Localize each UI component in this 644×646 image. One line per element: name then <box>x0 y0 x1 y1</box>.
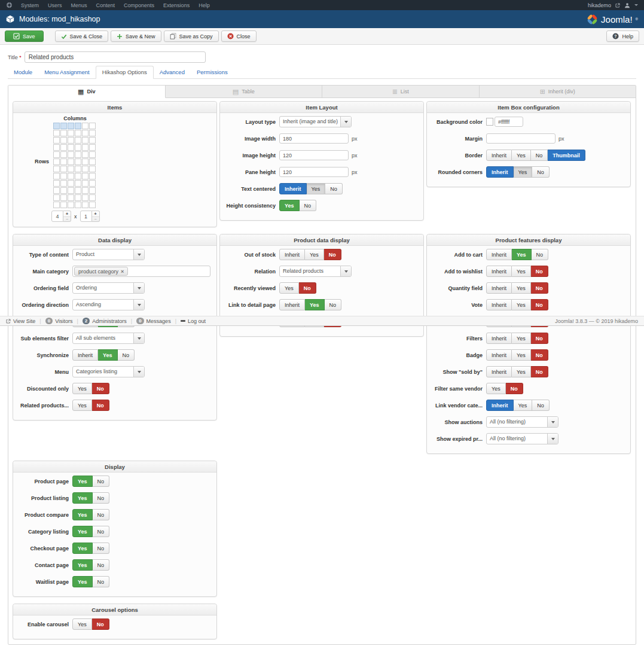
grid-cell[interactable] <box>60 180 67 187</box>
filter-same-vendor-option-no[interactable]: No <box>506 383 523 394</box>
ordering-direction-select[interactable]: Ascending <box>72 299 145 310</box>
tab-permissions[interactable]: Permissions <box>191 66 234 78</box>
close-button[interactable]: Close <box>221 31 257 42</box>
grid-cell[interactable] <box>53 144 60 151</box>
visitors-link[interactable]: 0 Visitors <box>45 318 73 324</box>
show-sold-by-option-yes[interactable]: Yes <box>512 366 531 377</box>
grid-cell[interactable] <box>60 159 67 165</box>
grid-cell[interactable] <box>75 180 81 187</box>
grid-cell[interactable] <box>53 137 60 144</box>
ordering-field-select[interactable]: Ordering <box>72 282 145 294</box>
add-to-cart-option-no[interactable]: No <box>532 249 549 260</box>
subtab-table[interactable]: ▤ Table <box>166 86 323 98</box>
grid-cell[interactable] <box>82 180 88 187</box>
grid-cell[interactable] <box>75 144 81 151</box>
contact-page-option-yes[interactable]: Yes <box>72 559 93 571</box>
grid-cell[interactable] <box>60 166 67 172</box>
text-centered-option-inherit[interactable]: Inherit <box>279 183 307 194</box>
menu-item-extensions[interactable]: Extensions <box>163 2 190 8</box>
vote-option-yes[interactable]: Yes <box>512 299 531 310</box>
grid-cell[interactable] <box>53 194 60 201</box>
link-vendor-cate-option-yes[interactable]: Yes <box>514 400 533 411</box>
border-option-no[interactable]: No <box>531 150 548 161</box>
synchronize-option-yes[interactable]: Yes <box>98 349 118 361</box>
save-button[interactable]: Save <box>5 31 44 42</box>
view-site-link[interactable]: View Site <box>6 318 35 324</box>
main-category-input[interactable]: product category× <box>72 266 210 277</box>
grid-cell[interactable] <box>89 159 96 165</box>
tab-advanced[interactable]: Advanced <box>154 66 191 78</box>
height-consistency-option-no[interactable]: No <box>300 200 317 211</box>
grid-cell[interactable] <box>68 166 74 172</box>
grid-cell[interactable] <box>75 151 81 158</box>
rounded-corners-option-inherit[interactable]: Inherit <box>486 166 514 178</box>
title-input[interactable] <box>25 51 206 63</box>
columns-stepper[interactable]: +− <box>63 211 71 222</box>
grid-cell[interactable] <box>53 166 60 172</box>
recently-viewed-option-no[interactable]: No <box>299 282 316 294</box>
menu-select[interactable]: Categories listing <box>72 366 145 377</box>
margin-input[interactable] <box>486 133 556 144</box>
grid-cell[interactable] <box>82 123 88 129</box>
sub-elements-filter-select[interactable]: All sub elements <box>72 333 145 344</box>
quantity-field-option-no[interactable]: No <box>531 282 548 294</box>
grid-cell[interactable] <box>68 180 74 187</box>
badge-option-no[interactable]: No <box>531 349 548 361</box>
help-button[interactable]: ? Help <box>606 31 639 42</box>
grid-cell[interactable] <box>89 151 96 158</box>
waitlist-page-option-yes[interactable]: Yes <box>72 576 93 587</box>
grid-cell[interactable] <box>82 173 88 179</box>
grid-cell[interactable] <box>68 123 74 129</box>
product-listing-option-yes[interactable]: Yes <box>72 492 93 504</box>
quantity-field-option-yes[interactable]: Yes <box>512 282 531 294</box>
subtab-inherit-div[interactable]: ⊞ Inherit (div) <box>480 86 636 98</box>
link-to-detail-page-option-inherit[interactable]: Inherit <box>279 299 305 310</box>
grid-cell[interactable] <box>82 166 88 172</box>
checkout-page-option-yes[interactable]: Yes <box>72 543 93 554</box>
grid-cell[interactable] <box>75 166 81 172</box>
grid-cell[interactable] <box>60 137 67 144</box>
filters-option-yes[interactable]: Yes <box>512 333 531 344</box>
administrators-link[interactable]: 2 Administrators <box>83 318 127 324</box>
grid-cell[interactable] <box>89 173 96 179</box>
grid-cell[interactable] <box>60 144 67 151</box>
grid-cell[interactable] <box>53 202 60 208</box>
grid-cell[interactable] <box>75 159 81 165</box>
checkout-page-option-no[interactable]: No <box>93 543 110 554</box>
vote-option-no[interactable]: No <box>531 299 548 310</box>
add-to-wishlist-option-inherit[interactable]: Inherit <box>486 266 512 277</box>
logout-link[interactable]: Log out <box>181 318 206 324</box>
grid-cell[interactable] <box>89 130 96 136</box>
contact-page-option-no[interactable]: No <box>93 559 110 571</box>
vote-option-inherit[interactable]: Inherit <box>486 299 512 310</box>
rows-stepper[interactable]: +− <box>92 211 100 222</box>
out-of-stock-option-no[interactable]: No <box>324 249 341 260</box>
rows-count-input[interactable] <box>80 211 92 222</box>
filters-option-inherit[interactable]: Inherit <box>486 333 512 344</box>
product-listing-option-no[interactable]: No <box>93 492 110 504</box>
type-of-content-select[interactable]: Product <box>72 249 145 260</box>
grid-cell[interactable] <box>60 151 67 158</box>
save-copy-button[interactable]: Save as Copy <box>164 31 219 42</box>
rounded-corners-option-no[interactable]: No <box>532 166 550 178</box>
grid-cell[interactable] <box>82 202 88 208</box>
waitlist-page-option-no[interactable]: No <box>93 576 110 587</box>
grid-cell[interactable] <box>82 130 88 136</box>
border-option-thumbnail[interactable]: Thumbnail <box>548 150 585 161</box>
enable-carousel-option-no[interactable]: No <box>92 618 109 630</box>
grid-cell[interactable] <box>82 194 88 201</box>
menu-item-system[interactable]: System <box>21 2 39 8</box>
grid-cell[interactable] <box>89 180 96 187</box>
grid-cell[interactable] <box>75 194 81 201</box>
grid-cell[interactable] <box>89 166 96 172</box>
synchronize-option-no[interactable]: No <box>118 349 135 361</box>
grid-cell[interactable] <box>68 202 74 208</box>
show-sold-by-option-no[interactable]: No <box>531 366 548 377</box>
grid-cell[interactable] <box>60 173 67 179</box>
add-to-cart-option-yes[interactable]: Yes <box>512 249 532 260</box>
site-name-link[interactable]: hikademo <box>588 2 611 8</box>
grid-cell[interactable] <box>53 180 60 187</box>
height-consistency-option-yes[interactable]: Yes <box>279 200 300 211</box>
related-products-option-no[interactable]: No <box>92 400 109 411</box>
menu-item-users[interactable]: Users <box>48 2 62 8</box>
